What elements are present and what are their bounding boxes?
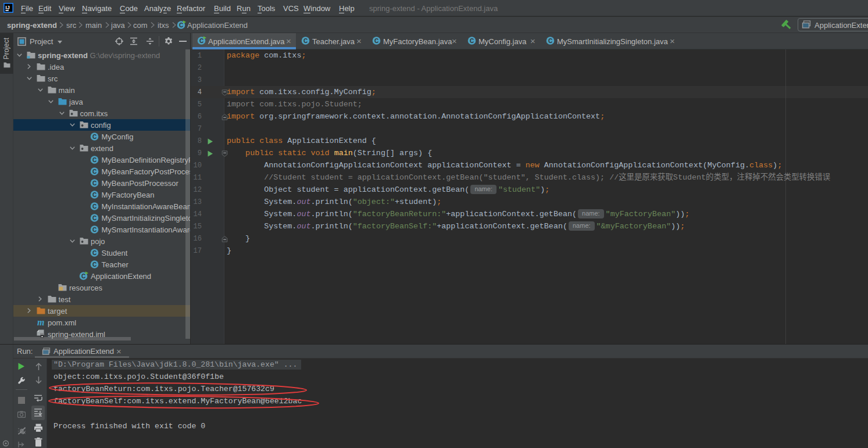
svg-text:IJ: IJ [5,5,10,10]
svg-text:C: C [199,38,203,44]
svg-text:C: C [470,38,474,44]
svg-text:C: C [92,261,97,268]
svg-text:C: C [92,134,97,140]
svg-text:C: C [92,250,97,256]
svg-text:C: C [92,180,97,187]
svg-text:C: C [303,38,308,44]
svg-text:C: C [92,169,97,175]
svg-text:C: C [92,192,97,198]
svg-text:C: C [92,215,97,221]
svg-text:C: C [92,203,97,210]
svg-text:C: C [92,157,97,163]
svg-text:C: C [179,22,183,28]
svg-text:C: C [81,273,85,279]
svg-text:C: C [92,227,97,233]
svg-text:C: C [374,38,378,44]
svg-text:C: C [548,38,552,44]
